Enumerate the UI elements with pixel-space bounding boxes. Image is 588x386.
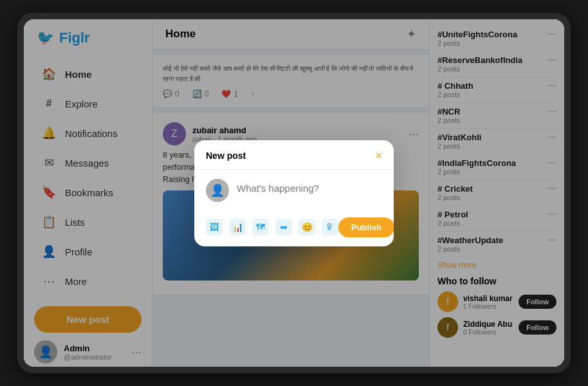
modal-user-avatar: 👤 — [206, 179, 229, 202]
modal-close-button[interactable]: × — [375, 149, 382, 163]
emoji-icon[interactable]: 😊 — [299, 219, 315, 235]
publish-button[interactable]: Publish — [338, 217, 394, 237]
post-input[interactable] — [237, 179, 382, 198]
location-icon[interactable]: 🗺 — [252, 219, 269, 235]
modal-overlay[interactable]: New post × 👤 🖼 📊 🗺 ➡ 😊 🎙 — [24, 19, 564, 367]
modal-title: New post — [206, 151, 246, 161]
modal-footer: 🖼 📊 🗺 ➡ 😊 🎙 Publish — [194, 211, 394, 246]
modal-header: New post × — [194, 140, 394, 170]
audio-icon[interactable]: 🎙 — [322, 219, 338, 235]
modal-body: 👤 — [194, 170, 394, 211]
post-toolbar-icons: 🖼 📊 🗺 ➡ 😊 🎙 — [206, 219, 338, 235]
link-icon[interactable]: ➡ — [275, 219, 292, 235]
poll-icon[interactable]: 📊 — [229, 219, 246, 235]
new-post-modal: New post × 👤 🖼 📊 🗺 ➡ 😊 🎙 — [194, 140, 394, 246]
image-upload-icon[interactable]: 🖼 — [206, 219, 223, 235]
